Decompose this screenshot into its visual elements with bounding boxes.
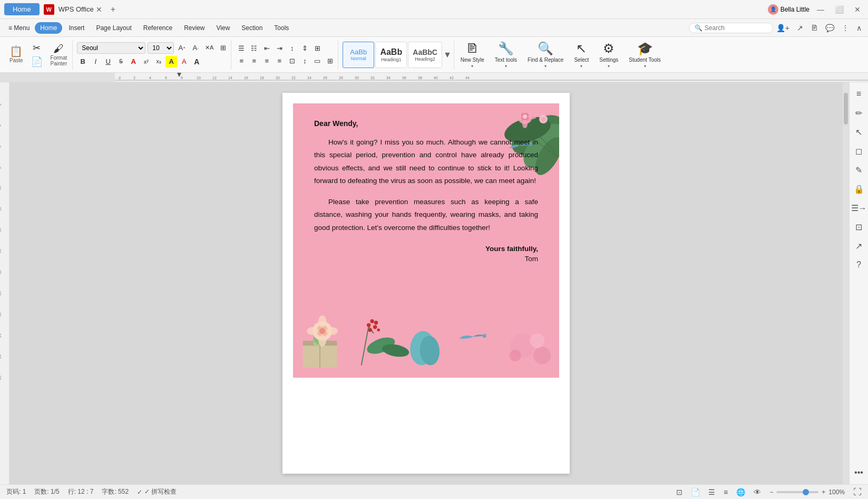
align-right-button[interactable]: ≡ (261, 55, 272, 67)
menu-item-reference[interactable]: Reference (138, 22, 178, 34)
zoom-minus-button[interactable]: − (769, 488, 773, 496)
menu-item-pagelayout[interactable]: Page Layout (91, 22, 136, 34)
find-replace-button[interactable]: 🔍 Find & Replace ▾ (523, 40, 568, 70)
menu-item-review[interactable]: Review (179, 22, 210, 34)
settings-button[interactable]: ⚙ Settings ▾ (595, 40, 622, 70)
select-arrow: ▾ (580, 64, 582, 69)
right-panel-help-btn[interactable]: ? (852, 257, 866, 272)
paste-button[interactable]: 📋 Paste (6, 41, 26, 69)
view-page-icon[interactable]: 📄 (691, 488, 700, 496)
text-color-button[interactable]: A (178, 56, 190, 68)
shading-button[interactable]: ▭ (311, 55, 323, 67)
view-list-icon[interactable]: ≡ (724, 488, 728, 496)
line-spacing-button[interactable]: ↕ (299, 55, 310, 67)
indent-increase-button[interactable]: ⇥ (274, 43, 285, 54)
superscript-button[interactable]: x² (140, 56, 152, 68)
align-justify-button[interactable]: ≡ (274, 55, 285, 67)
chat-icon[interactable]: 💬 (823, 23, 836, 33)
more-format-button[interactable]: ⊞ (217, 42, 229, 54)
share-icon[interactable]: ↗ (795, 23, 805, 33)
text-effects-button[interactable]: A (191, 56, 202, 68)
zoom-plus-button[interactable]: + (822, 488, 825, 496)
font-name-select[interactable]: Seoul Arial Times New Roman (77, 42, 145, 54)
letter-background: Dear Wendy, How's it going? I miss you s… (293, 103, 559, 378)
align-left-button[interactable]: ≡ (236, 55, 247, 67)
svg-point-66 (318, 335, 326, 347)
format-painter-button[interactable]: 🖌 FormatPainter (47, 41, 71, 69)
style-heading1[interactable]: AaBb Heading1 (375, 42, 407, 68)
view-web-icon[interactable]: 🌐 (736, 488, 745, 496)
menu-item-insert[interactable]: Insert (63, 22, 90, 34)
style-normal[interactable]: AaBb Normal (343, 42, 374, 68)
right-panel-menu-btn[interactable]: ☰→ (852, 200, 866, 215)
user-add-icon[interactable]: 👤+ (774, 23, 792, 33)
right-panel-lock-btn[interactable]: 🔒 (852, 181, 866, 196)
bullet-list-button[interactable]: ☰ (236, 43, 247, 54)
copy-button[interactable]: 📄 (27, 55, 46, 68)
menu-item-home[interactable]: Home (35, 22, 62, 34)
search-box[interactable]: 🔍 (689, 23, 773, 33)
align-center-button[interactable]: ≡ (248, 55, 260, 67)
style-heading2[interactable]: AaBbC Heading2 (408, 42, 442, 68)
underline-button[interactable]: U (102, 56, 114, 68)
zoom-slider[interactable] (776, 491, 818, 493)
zoom-thumb[interactable] (803, 489, 809, 495)
doc-area[interactable]: Dear Wendy, How's it going? I miss you s… (9, 82, 843, 484)
spell-check[interactable]: ✓ ✓ 拼写检查 (137, 487, 177, 496)
right-panel-pen-btn[interactable]: ✏ (852, 105, 866, 120)
number-list-button[interactable]: ☷ (248, 43, 260, 54)
style-normal-preview: AaBb (350, 48, 367, 56)
menu-item-section[interactable]: Section (236, 22, 268, 34)
tab-add-icon[interactable]: + (111, 5, 115, 14)
menu-hamburger[interactable]: ≡ Menu (4, 22, 34, 34)
collapse-icon[interactable]: ∧ (854, 23, 864, 33)
more-icon[interactable]: ⋮ (840, 23, 851, 33)
cloud-icon[interactable]: 🖹 (808, 23, 820, 33)
select-button[interactable]: ↖ Select ▾ (570, 40, 593, 70)
vertical-scrollbar[interactable] (843, 82, 849, 484)
borders-button[interactable]: ⊞ (324, 55, 336, 67)
text-tools-button[interactable]: 🔧 Text tools ▾ (491, 40, 521, 70)
maximize-button[interactable]: ⬜ (832, 4, 847, 15)
sort-button[interactable]: ↕ (286, 43, 298, 54)
font-shrink-button[interactable]: A- (190, 42, 201, 54)
svg-text:24: 24 (0, 333, 2, 338)
search-input[interactable] (705, 24, 768, 32)
home-tab-title[interactable]: Home (4, 3, 40, 15)
tab-close-icon[interactable]: ✕ (96, 5, 102, 14)
view-reading-icon[interactable]: 👁 (754, 488, 761, 496)
table-insert-button[interactable]: ⊞ (311, 43, 323, 54)
para-spacing-button[interactable]: ⇕ (299, 43, 310, 54)
subscript-button[interactable]: x₂ (153, 56, 164, 68)
window-close-button[interactable]: ✕ (851, 4, 864, 15)
cut-button[interactable]: ✂ (27, 42, 46, 54)
strikethrough-button[interactable]: S̶ (115, 56, 126, 68)
new-style-button[interactable]: 🖹 New Style ▾ (456, 40, 489, 70)
minimize-button[interactable]: — (814, 4, 827, 15)
view-outline-icon[interactable]: ☰ (708, 488, 715, 496)
right-panel-export-btn[interactable]: ↗ (852, 238, 866, 253)
view-normal-icon[interactable]: ⊡ (676, 488, 682, 496)
bold-button[interactable]: B (77, 56, 89, 68)
menu-item-view[interactable]: View (211, 22, 236, 34)
clear-format-button[interactable]: ✕A (203, 42, 215, 54)
right-panel-shapes-btn[interactable]: ◻ (852, 143, 866, 158)
font-color-button[interactable]: A (128, 56, 139, 68)
right-panel-cursor-btn[interactable]: ↖ (852, 124, 866, 139)
italic-button[interactable]: I (90, 56, 101, 68)
menu-item-tools[interactable]: Tools (269, 22, 294, 34)
font-size-select[interactable]: 10 12 14 (148, 42, 174, 54)
right-panel-frame-btn[interactable]: ⊡ (852, 219, 866, 234)
svg-text:16: 16 (244, 76, 248, 80)
scroll-thumb[interactable] (844, 93, 848, 124)
student-tools-button[interactable]: 🎓 Student Tools ▾ (625, 40, 665, 70)
right-panel-edit-btn[interactable]: ✎ (852, 162, 866, 177)
columns-button[interactable]: ⊡ (286, 55, 298, 67)
right-panel-more-btn[interactable]: ••• (852, 465, 866, 480)
styles-scroll-button[interactable]: ▼ (443, 50, 452, 60)
highlight-button[interactable]: A (165, 56, 177, 68)
svg-point-64 (326, 327, 338, 335)
indent-decrease-button[interactable]: ⇤ (261, 43, 272, 54)
font-grow-button[interactable]: A+ (176, 42, 188, 54)
fullscreen-button[interactable]: ⛶ (853, 487, 862, 497)
